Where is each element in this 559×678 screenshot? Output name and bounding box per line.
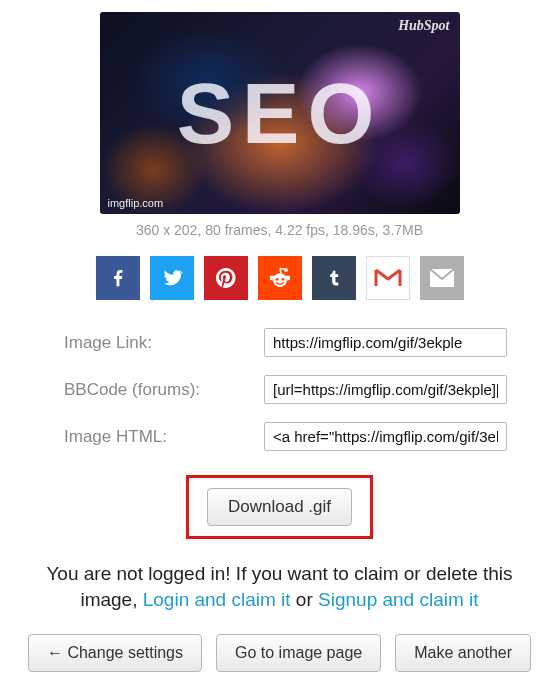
image-html-label: Image HTML: xyxy=(64,427,264,447)
svg-point-4 xyxy=(275,278,278,281)
bbcode-input[interactable] xyxy=(264,375,507,404)
tumblr-icon xyxy=(324,266,344,290)
go-to-image-page-button[interactable]: Go to image page xyxy=(216,634,381,672)
reddit-icon xyxy=(267,265,293,291)
image-metadata: 360 x 202, 80 frames, 4.22 fps, 18.96s, … xyxy=(136,222,423,238)
share-twitter[interactable] xyxy=(150,256,194,300)
svg-point-5 xyxy=(281,278,284,281)
signup-claim-link[interactable]: Signup and claim it xyxy=(318,589,479,610)
image-link-input[interactable] xyxy=(264,328,507,357)
login-notice-or: or xyxy=(291,589,318,610)
share-pinterest[interactable] xyxy=(204,256,248,300)
svg-point-2 xyxy=(285,276,290,281)
image-link-label: Image Link: xyxy=(64,333,264,353)
share-reddit[interactable] xyxy=(258,256,302,300)
download-highlight-box: Download .gif xyxy=(186,475,373,539)
facebook-icon xyxy=(107,267,129,289)
watermark-hubspot: HubSpot xyxy=(398,18,449,34)
twitter-icon xyxy=(160,266,184,290)
share-gmail[interactable] xyxy=(366,256,410,300)
image-html-input[interactable] xyxy=(264,422,507,451)
email-icon xyxy=(429,268,455,288)
svg-point-1 xyxy=(269,276,274,281)
login-notice: You are not logged in! If you want to cl… xyxy=(18,561,541,612)
pinterest-icon xyxy=(214,266,238,290)
watermark-imgflip: imgflip.com xyxy=(108,197,164,209)
gmail-icon xyxy=(374,267,402,289)
share-row xyxy=(96,256,464,300)
gif-preview: SEO HubSpot imgflip.com xyxy=(100,12,460,214)
login-claim-link[interactable]: Login and claim it xyxy=(143,589,291,610)
share-tumblr[interactable] xyxy=(312,256,356,300)
svg-point-0 xyxy=(273,273,287,287)
change-settings-button[interactable]: ← Change settings xyxy=(28,634,202,672)
share-facebook[interactable] xyxy=(96,256,140,300)
make-another-button[interactable]: Make another xyxy=(395,634,531,672)
share-email[interactable] xyxy=(420,256,464,300)
preview-text-overlay: SEO xyxy=(100,64,460,163)
download-gif-button[interactable]: Download .gif xyxy=(207,488,352,526)
bbcode-label: BBCode (forums): xyxy=(64,380,264,400)
